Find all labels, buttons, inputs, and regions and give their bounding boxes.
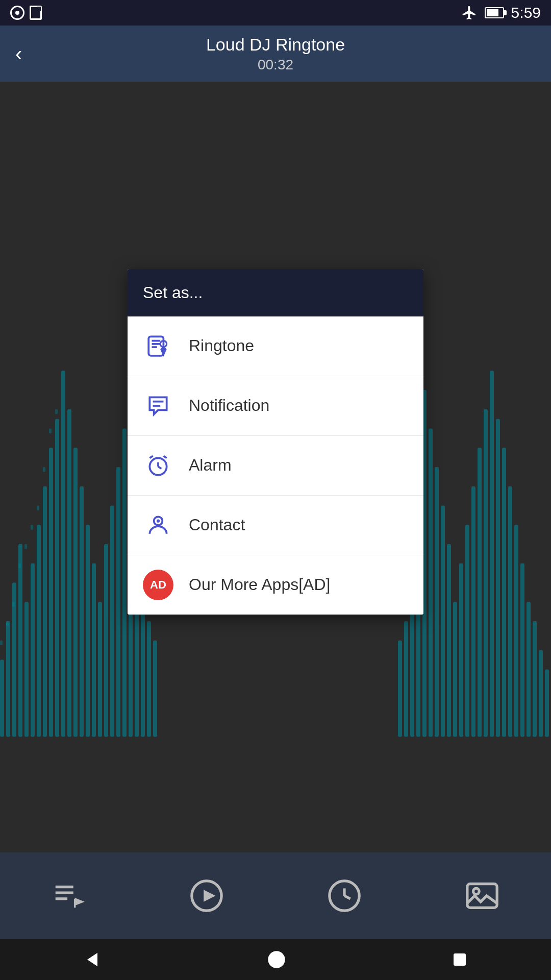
svg-marker-79 [204, 890, 215, 901]
svg-point-74 [157, 519, 160, 522]
svg-line-82 [344, 896, 350, 899]
ad-badge: AD [143, 570, 173, 600]
airplane-icon [461, 5, 478, 21]
svg-line-71 [149, 456, 153, 458]
more-apps-label: Our More Apps[AD] [189, 575, 330, 594]
dialog-header: Set as... [128, 269, 423, 316]
alarm-label: Alarm [189, 456, 232, 475]
svg-point-84 [473, 888, 480, 894]
sd-card-icon [30, 6, 42, 20]
notification-label: Notification [189, 396, 269, 415]
contact-icon [143, 510, 173, 541]
svg-rect-87 [454, 953, 466, 966]
more-apps-option[interactable]: AD Our More Apps[AD] [128, 555, 423, 615]
home-system-button[interactable] [266, 949, 287, 970]
bottom-nav [0, 852, 551, 939]
contact-label: Contact [189, 516, 245, 534]
main-content: Set as... Ringtone [0, 82, 551, 852]
status-right-icons: 5:59 [461, 4, 541, 21]
recent-system-button[interactable] [450, 950, 469, 969]
wallpaper-nav-button[interactable] [464, 878, 500, 914]
battery-icon [485, 7, 504, 18]
set-as-dialog: Set as... Ringtone [128, 269, 423, 615]
status-bar: 5:59 [0, 0, 551, 26]
header-title-group: Loud DJ Ringtone 00:32 [206, 35, 345, 73]
play-nav-button[interactable] [189, 878, 224, 914]
ringtone-label: Ringtone [189, 336, 254, 355]
ringtone-icon [143, 331, 173, 361]
notification-option[interactable]: Notification [128, 376, 423, 436]
back-system-button[interactable] [82, 949, 103, 970]
history-nav-button[interactable] [327, 878, 362, 914]
track-title: Loud DJ Ringtone [206, 35, 345, 55]
ringtone-option[interactable]: Ringtone [128, 316, 423, 376]
dialog-title: Set as... [143, 283, 203, 302]
dialog-overlay: Set as... Ringtone [0, 82, 551, 852]
alarm-option[interactable]: Alarm [128, 436, 423, 496]
alarm-icon [143, 450, 173, 481]
header: ‹ Loud DJ Ringtone 00:32 [0, 26, 551, 82]
svg-point-86 [268, 951, 285, 968]
svg-rect-83 [467, 884, 497, 908]
track-duration: 00:32 [206, 57, 345, 73]
svg-marker-85 [87, 953, 97, 967]
svg-line-70 [158, 467, 161, 469]
playlist-nav-button[interactable] [51, 878, 87, 914]
contact-option[interactable]: Contact [128, 496, 423, 555]
svg-line-72 [163, 456, 166, 458]
status-time: 5:59 [511, 4, 541, 21]
system-nav [0, 939, 551, 980]
status-left-icons [10, 6, 42, 20]
back-button[interactable]: ‹ [15, 43, 22, 64]
notification-icon [10, 6, 24, 20]
notification-menu-icon [143, 390, 173, 421]
